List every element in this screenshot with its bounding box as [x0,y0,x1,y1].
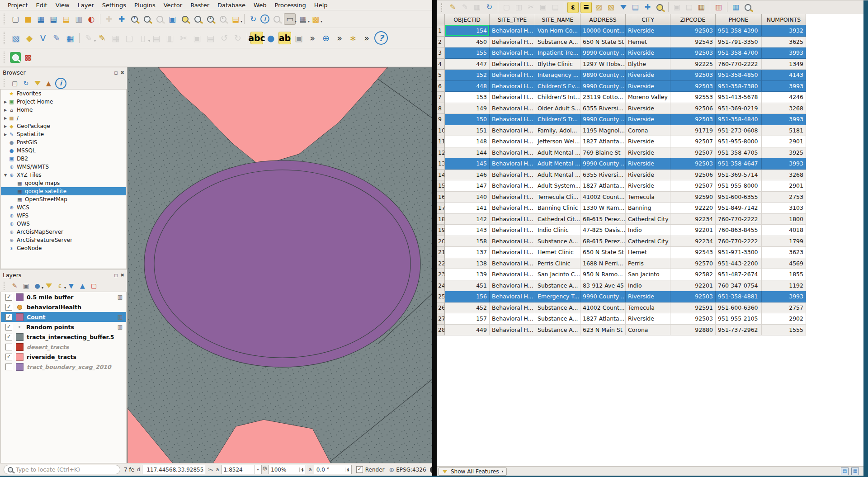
cell-site_name[interactable]: Substance A... [535,236,580,247]
row-number[interactable]: 4 [437,59,445,70]
row-number[interactable]: 26 [437,302,445,314]
tree-expander-icon[interactable]: ▶ [3,100,8,104]
row-number[interactable]: 15 [437,180,445,192]
browser-item-mssql[interactable]: ●MSSQL [1,146,126,155]
overflow-3-icon[interactable]: » [361,32,373,44]
nominatim-search-icon[interactable] [10,52,21,63]
browser-item-wms-wmts[interactable]: ⊕WMS/WMTS [1,163,126,171]
cell-numpoints[interactable]: 3993 [762,47,806,59]
cell-site_type[interactable]: Behavioral H... [490,214,535,225]
cell-phone[interactable]: 951-487-2674 [716,269,762,280]
row-number[interactable]: 22 [437,258,445,269]
scale-combobox[interactable]: 1:8524 ▾ [221,465,262,474]
cell-numpoints[interactable]: 3993 [762,291,806,302]
cell-phone[interactable]: 951-737-2962 [716,325,762,336]
cell-site_name[interactable]: Emergency T... [535,291,580,302]
table-row[interactable]: 13145Behavioral H...Adult Mental ...9990… [437,158,863,170]
table-row[interactable]: 4447Behavioral H...Blythe Clinic1297 W H… [437,59,863,70]
cell-site_name[interactable]: Adult System... [535,180,580,192]
table-row[interactable]: 2450Behavioral H...Substance A...650 N S… [437,37,863,48]
cell-objectid[interactable]: 150 [445,114,490,125]
cell-objectid[interactable]: 450 [445,37,490,48]
table-row[interactable]: 9150Behavioral H...Children'S Tr...9990 … [437,114,863,125]
cell-address[interactable]: 68-615 Perez... [580,236,626,247]
cell-phone[interactable]: 951-358-4700 [716,47,762,59]
table-row[interactable]: 26452Behavioral H...Substance A...41002 … [437,302,863,314]
cell-objectid[interactable]: 158 [445,236,490,247]
menu-layer[interactable]: Layer [74,1,98,9]
cell-site_name[interactable]: Adult Mental ... [535,147,580,159]
menu-view[interactable]: View [52,1,74,9]
table-row[interactable]: 17141Behavioral H...Banning Clinic1330 W… [437,203,863,214]
cell-zipcode[interactable]: 92225 [670,59,716,70]
layer-styling-icon[interactable]: ✎ [10,281,19,291]
cell-site_name[interactable]: Interagency ... [535,70,580,81]
table-row[interactable]: 24451Behavioral H...Substance A...83-912… [437,280,863,292]
cell-city[interactable]: Riverside [626,103,670,114]
layer-item-0-5-mile-buffer[interactable]: ✓0.5 mile buffer▥ [1,292,126,302]
row-number[interactable]: 20 [437,236,445,247]
cell-zipcode[interactable]: 92507 [670,136,716,147]
collapse-all-icon[interactable]: ▲ [78,281,87,291]
cell-site_type[interactable]: Behavioral H... [490,147,535,159]
cell-site_type[interactable]: Behavioral H... [490,225,535,236]
row-number[interactable]: 16 [437,192,445,203]
cell-objectid[interactable]: 137 [445,247,490,258]
cell-phone[interactable]: 951-358-4647 [716,158,762,170]
overflow-2-icon[interactable]: » [334,32,345,44]
cell-city[interactable]: Hemet [626,37,670,48]
cell-objectid[interactable]: 451 [445,280,490,292]
cell-objectid[interactable]: 452 [445,302,490,314]
cell-zipcode[interactable]: 92503 [670,70,716,81]
cell-city[interactable]: Riverside [626,114,670,125]
cell-address[interactable]: 68-615 Perez... [580,214,626,225]
cell-zipcode[interactable]: 92201 [670,225,716,236]
menu-project[interactable]: Project [4,1,32,9]
cell-zipcode[interactable]: 92543 [670,247,716,258]
cell-numpoints[interactable]: 1555 [762,325,806,336]
cell-zipcode[interactable]: 92503 [670,25,716,37]
cell-zipcode[interactable]: 92506 [670,103,716,114]
cell-site_type[interactable]: Behavioral H... [490,258,535,269]
cell-site_type[interactable]: Behavioral H... [490,70,535,81]
processing-toolbox-icon[interactable]: ∗ [347,32,359,44]
table-row[interactable]: 5152Behavioral H...Interagency ...9890 C… [437,70,863,81]
cell-site_name[interactable]: Substance A... [535,325,580,336]
cell-city[interactable]: Riverside [626,81,670,92]
cell-numpoints[interactable]: 4143 [762,70,806,81]
menu-help[interactable]: Help [310,1,332,9]
cell-objectid[interactable]: 153 [445,92,490,103]
browser-item-openstreetmap[interactable]: ▦OpenStreetMap [1,195,126,203]
column-header-zipcode[interactable]: ZIPCODE [670,14,716,25]
select-features-icon[interactable]: ▭▾ [284,13,296,25]
cell-address[interactable]: 9990 County ... [580,114,626,125]
table-row[interactable]: 19143Behavioral H...Indio Clinic47-825 O… [437,225,863,236]
pan-to-selection-icon[interactable]: ✚ [116,14,127,24]
cell-objectid[interactable]: 143 [445,225,490,236]
browser-item--[interactable]: ▶■/ [1,114,126,122]
cell-city[interactable]: San Jacinto [626,269,670,280]
cell-city[interactable]: Riverside [626,25,670,37]
cell-city[interactable]: Riverside [626,313,670,325]
invert-selection-icon[interactable]: ▨ [594,2,604,13]
cell-objectid[interactable]: 152 [445,70,490,81]
cell-city[interactable]: Blythe [626,59,670,70]
cell-numpoints[interactable]: 3268 [762,170,806,181]
menu-processing[interactable]: Processing [270,1,310,9]
layer-visibility-checkbox[interactable] [5,344,12,350]
new-print-layout-icon[interactable]: ▤ [61,14,71,24]
pan-map-icon[interactable]: ✚ [104,14,114,24]
cell-site_name[interactable]: Children'S Tr... [535,114,580,125]
cell-phone[interactable]: 760-770-2222 [716,236,762,247]
cell-address[interactable]: 1297 W Hobs... [580,59,626,70]
cell-city[interactable]: Corona [626,125,670,137]
row-number[interactable]: 17 [437,203,445,214]
browser-item-geopackage[interactable]: ▶◆GeoPackage [1,122,126,130]
cell-site_type[interactable]: Behavioral H... [490,203,535,214]
cell-phone[interactable]: 951-358-4390 [716,25,762,37]
cell-phone[interactable]: 760-863-8455 [716,225,762,236]
expression-filter-icon[interactable]: ε▾ [55,281,65,291]
cell-site_name[interactable]: Children'S Ev... [535,81,580,92]
layer-item-count[interactable]: ✓Count▥ [1,312,126,322]
row-number[interactable]: 11 [437,136,445,147]
